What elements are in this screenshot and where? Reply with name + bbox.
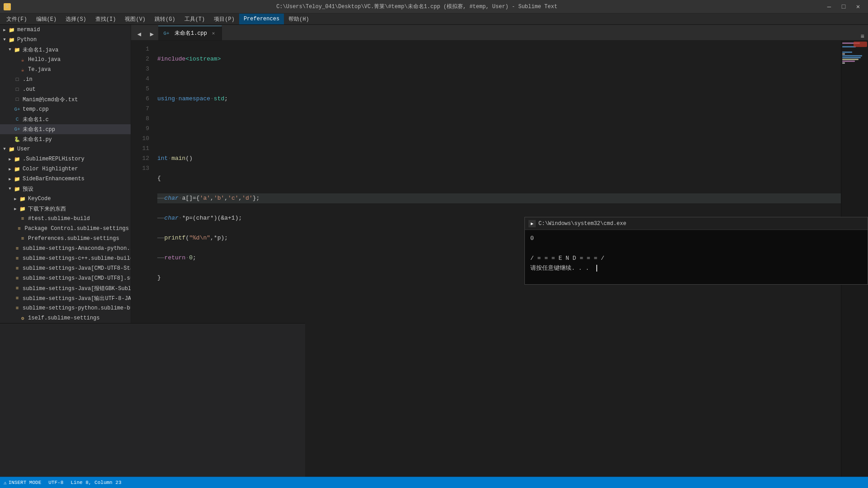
sidebar-item-sidebar-enhancements[interactable]: 📁 SideBarEnhancements xyxy=(0,174,131,184)
folder-icon: 📁 xyxy=(14,46,21,53)
token: 'b' xyxy=(214,195,224,202)
code-line-5 xyxy=(157,134,841,144)
menu-select[interactable]: 选择(S) xyxy=(61,14,91,24)
close-button[interactable]: ✕ xyxy=(852,2,864,11)
sidebar-item-temp-cpp[interactable]: G+ temp.cpp xyxy=(0,104,131,114)
cmd-content: 0 / = = = E N D = = = / 请按任意键继续. . . xyxy=(525,230,868,284)
status-mode-text: INSERT MODE xyxy=(9,480,42,485)
maximize-button[interactable]: □ xyxy=(837,2,850,11)
cmd-output-line-1: 0 xyxy=(530,234,862,244)
folder-icon: 📁 xyxy=(19,205,26,212)
status-encoding: UTF-8 xyxy=(48,480,63,485)
settings-icon: ≡ xyxy=(14,295,21,302)
menu-tools[interactable]: 工具(T) xyxy=(180,14,210,24)
sidebar-item-unnamed1-c[interactable]: C 未命名1.c xyxy=(0,114,131,124)
token: a[]={ xyxy=(182,195,200,202)
minimap-line xyxy=(842,50,867,51)
sidebar-item-unnamed1-java[interactable]: 📁 未命名1.java xyxy=(0,45,131,55)
sidebar-item-hello-java[interactable]: ☕ Hello.java xyxy=(0,55,131,65)
sidebar-item-anaconda[interactable]: ≡ sublime-settings-Anaconda-python.subli… xyxy=(0,244,131,253)
code-line-1: #include<iostream> xyxy=(157,54,841,64)
sidebar-item-unnamed1-cpp[interactable]: G+ 未命名1.cpp xyxy=(0,124,131,134)
sidebar-item-java-utf8-out[interactable]: ≡ sublime-settings-Java[输出UTF-8-JAVA].su xyxy=(0,293,131,303)
sidebar-item-test-build[interactable]: ≡ #test.sublime-build xyxy=(0,214,131,224)
folder-icon: 📁 xyxy=(14,175,21,183)
sidebar-item-yushe[interactable]: 📁 预设 xyxy=(0,184,131,194)
code-line-4 xyxy=(157,114,841,124)
settings-icon: ≡ xyxy=(14,275,21,282)
sidebar-item-cpp-build[interactable]: ≡ sublime-settings-c++.sublime-build xyxy=(0,253,131,263)
token: —— xyxy=(157,253,165,263)
sidebar-item-dot-in[interactable]: □ .in xyxy=(0,75,131,84)
tab-unnamed1-cpp[interactable]: G+ 未命名1.cpp ✕ xyxy=(158,26,222,40)
sidebar-label: KeyCode xyxy=(28,196,51,202)
sidebar-item-self-settings[interactable]: ⚙ 1self.sublime-settings xyxy=(0,313,131,323)
token: char xyxy=(165,195,179,202)
sidebar-item-python-build[interactable]: ≡ sublime-settings-python.sublime-build xyxy=(0,303,131,313)
minimap-line xyxy=(842,61,855,62)
code-line-2 xyxy=(157,74,841,84)
sidebar-item-preferences-settings[interactable]: ≡ Preferences.sublime-settings xyxy=(0,234,131,244)
status-icon-warning: ⚠ xyxy=(4,480,7,486)
tab-close-button[interactable]: ✕ xyxy=(210,30,217,37)
sidebar-label: Hello.java xyxy=(28,56,61,63)
title-bar: S C:\Users\Teloy_041\Desktop\VC.菁莱\#temp… xyxy=(0,0,868,14)
chevron-right-icon xyxy=(13,206,18,211)
tab-next-button[interactable]: ▶ xyxy=(146,28,158,40)
settings-icon: ≡ xyxy=(14,305,21,312)
sidebar-label: sublime-settings-Java[输出UTF-8-JAVA].su xyxy=(23,295,131,302)
sidebar-label: SideBarEnhancements xyxy=(23,176,85,182)
menu-help[interactable]: 帮助(H) xyxy=(284,14,314,24)
tab-list-button[interactable]: ≡ xyxy=(857,33,868,40)
menu-find[interactable]: 查找(I) xyxy=(91,14,121,24)
cmd-title-bar[interactable]: ▶ C:\Windows\system32\cmd.exe xyxy=(525,217,868,230)
minimap-indicator xyxy=(854,42,867,47)
minimap-line xyxy=(842,62,845,64)
tab-prev-button[interactable]: ◀ xyxy=(133,28,146,40)
minimize-button[interactable]: — xyxy=(823,2,835,11)
sidebar-item-dot-out[interactable]: □ .out xyxy=(0,84,131,94)
sidebar-item-unnamed1-py[interactable]: 🐍 未命名1.py xyxy=(0,134,131,144)
token: · xyxy=(175,94,179,104)
sidebar-label: 1self.sublime-settings xyxy=(28,315,99,321)
sidebar-item-java-cmd-utf8[interactable]: ≡ sublime-settings-Java[CMD-UTF8].sublim… xyxy=(0,273,131,283)
token: "%d\n" xyxy=(189,233,210,243)
sidebar-label: sublime-settings-Anaconda-python.sublim xyxy=(23,245,131,252)
sidebar-item-package-control[interactable]: ≡ Package Control.sublime-settings xyxy=(0,224,131,234)
tab-label: 未命名1.cpp xyxy=(175,29,207,37)
settings-icon: ≡ xyxy=(14,265,21,272)
token: 0 xyxy=(189,253,193,263)
menu-project[interactable]: 项目(P) xyxy=(209,14,239,24)
sidebar-label: 预设 xyxy=(23,185,33,193)
menu-file[interactable]: 文件(F) xyxy=(2,14,32,24)
sidebar-item-downloads[interactable]: 📁 下载下来的东西 xyxy=(0,204,131,214)
menu-preferences[interactable]: Preferences xyxy=(239,14,284,24)
token: }; xyxy=(253,195,260,202)
sidebar-item-python[interactable]: 📁 Python xyxy=(0,35,131,45)
sidebar-item-java-gbk[interactable]: ≡ sublime-settings-Java[报错GBK-SublimeTe xyxy=(0,283,131,293)
token: } xyxy=(157,273,161,283)
code-line-8: ——char·a[]={'a','b','c','d'}; xyxy=(157,193,841,203)
sidebar-item-java-cmd-utf8-stay[interactable]: ≡ sublime-settings-Java[CMD-UTF8-Stay].s… xyxy=(0,263,131,273)
settings-y-icon: ⚙ xyxy=(19,314,26,322)
sidebar-item-user[interactable]: 📁 User xyxy=(0,144,131,154)
minimap-line xyxy=(842,48,867,49)
sidebar-item-color-highlighter[interactable]: 📁 Color Highlighter xyxy=(0,164,131,174)
sidebar-item-te-java[interactable]: ☕ Te.java xyxy=(0,65,131,75)
sidebar-item-mermaid[interactable]: 📁 mermaid xyxy=(0,25,131,35)
java-icon: ☕ xyxy=(19,66,26,73)
sidebar-label: 未命名1.c xyxy=(23,116,49,123)
settings-icon: ≡ xyxy=(14,285,21,292)
cmd-output-line-3: / = = = E N D = = = / xyxy=(530,253,862,263)
sidebar-item-keycode[interactable]: 📁 KeyCode xyxy=(0,194,131,204)
token: 'd' xyxy=(242,195,252,202)
sidebar-item-sublime-repl[interactable]: 📁 .SublimeREPLHistory xyxy=(0,154,131,164)
menu-edit[interactable]: 编辑(E) xyxy=(32,14,61,24)
sidebar-item-manim-cmd[interactable]: □ Manim的cmd命令.txt xyxy=(0,94,131,104)
menu-view[interactable]: 视图(V) xyxy=(120,14,150,24)
folder-icon: 📁 xyxy=(14,185,21,192)
minimap-line xyxy=(842,57,861,58)
cpp-icon: G+ xyxy=(14,126,21,133)
sidebar-label: Te.java xyxy=(28,66,51,73)
menu-goto[interactable]: 跳转(G) xyxy=(150,14,180,24)
